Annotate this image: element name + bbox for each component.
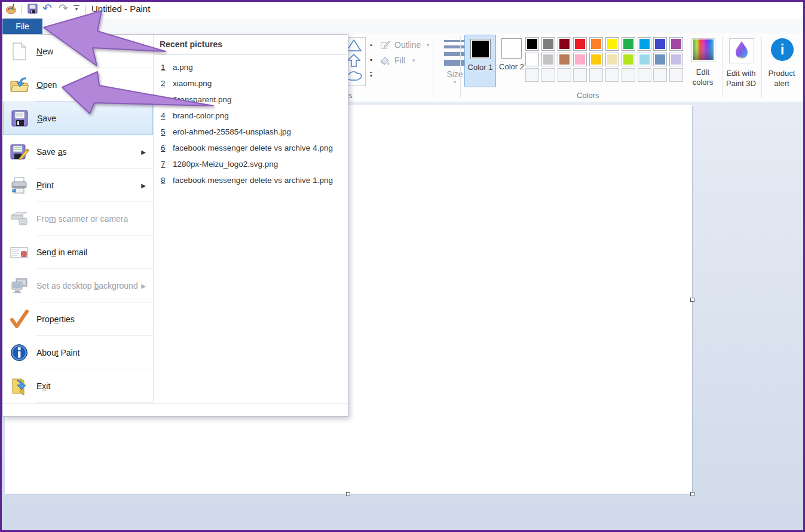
recent-file-name: facebook messenger delete vs archive 4.p… [173, 140, 333, 156]
size-icon [443, 38, 467, 67]
redo-icon[interactable]: ↷ [59, 2, 68, 14]
palette-swatch-r2c5[interactable] [589, 53, 603, 66]
palette-swatch-r1c10[interactable] [669, 37, 683, 51]
recent-file-name: Transparent.png [173, 91, 232, 108]
recent-file-5[interactable]: 5erol-ahmed-255854-unsplash.jpg [155, 124, 348, 140]
edit-colors-rainbow-icon [691, 38, 715, 62]
palette-swatch-empty-c3[interactable] [558, 68, 571, 82]
ribbon-separator [433, 36, 433, 98]
recent-file-8[interactable]: 8facebook messenger delete vs archive 1.… [155, 172, 348, 188]
edit-with-paint3d-button[interactable]: Edit with Paint 3D [724, 37, 758, 97]
ribbon-tab-row [0, 19, 805, 34]
save-icon[interactable] [27, 3, 39, 15]
title-bar: | ↶ ↷ ▾ | Untitled - Paint [0, 0, 805, 19]
colors-group-label: Colors [577, 91, 599, 100]
palette-swatch-empty-c7[interactable] [622, 68, 635, 82]
recent-file-name: xiaomi.png [173, 75, 212, 91]
recent-file-1[interactable]: 1a.png [155, 59, 348, 75]
shapes-scroll-up-icon[interactable]: ▴ [366, 37, 376, 53]
paint-window: | ↶ ↷ ▾ | Untitled - Paint File [0, 0, 805, 532]
shapes-expand-icon[interactable]: ▾ [366, 68, 376, 84]
palette-swatch-empty-c2[interactable] [541, 68, 555, 82]
palette-swatch-r1c6[interactable] [605, 37, 619, 51]
recent-file-name: brand-color.png [173, 108, 229, 124]
recent-file-number: 7 [161, 156, 166, 172]
recent-file-number: 8 [161, 172, 166, 188]
undo-icon[interactable]: ↶ [42, 2, 52, 14]
palette-swatch-r1c7[interactable] [622, 37, 635, 51]
palette-swatch-r2c6[interactable] [605, 53, 619, 66]
palette-swatch-empty-c8[interactable] [638, 68, 651, 82]
edit-colors-button[interactable]: Edit colors [687, 37, 718, 97]
recent-pictures-list: 1a.png2xiaomi.png3Transparent.png4brand-… [3, 35, 349, 403]
canvas-resize-handle-corner[interactable] [690, 492, 694, 496]
color1-label: Color 1 [465, 63, 495, 72]
recent-file-7[interactable]: 71280px-Meizu_logo2.svg.png [155, 156, 348, 172]
paint3d-label: Edit with Paint 3D [724, 68, 758, 88]
product-alert-button[interactable]: i Product alert [765, 37, 798, 97]
ribbon-separator [761, 36, 762, 98]
palette-swatch-r1c9[interactable] [653, 37, 667, 51]
shapes-scroll-down-icon[interactable]: ▾ [366, 53, 376, 68]
palette-swatch-empty-c9[interactable] [653, 68, 667, 82]
recent-file-number: 2 [161, 75, 166, 91]
palette-swatch-r2c4[interactable] [573, 53, 587, 66]
customize-toolbar-caret-icon[interactable]: ▾ [74, 5, 79, 13]
window-title: Untitled - Paint [91, 4, 150, 14]
fill-icon [379, 55, 390, 69]
recent-file-number: 4 [161, 108, 166, 124]
color1-button[interactable]: Color 1 [464, 35, 496, 87]
color2-label: Color 2 [498, 62, 525, 72]
edit-colors-label: Edit colors [687, 67, 718, 87]
recent-file-name: facebook messenger delete vs archive 1.p… [173, 172, 333, 188]
fill-caret-icon[interactable]: ▾ [412, 57, 415, 63]
recent-file-name: 1280px-Meizu_logo2.svg.png [173, 156, 278, 172]
color2-swatch [501, 38, 522, 59]
recent-file-name: erol-ahmed-255854-unsplash.jpg [173, 124, 291, 140]
outline-icon [380, 39, 391, 53]
canvas-resize-handle-bottom[interactable] [346, 492, 350, 496]
ribbon-separator [460, 36, 461, 98]
color1-swatch [470, 39, 491, 59]
tab-file[interactable]: File [2, 19, 42, 34]
palette-swatch-r2c8[interactable] [638, 53, 651, 66]
outline-button[interactable]: Outline [394, 40, 421, 50]
recent-file-number: 5 [161, 124, 166, 140]
palette-swatch-r1c4[interactable] [573, 37, 587, 51]
palette-swatch-r1c5[interactable] [589, 37, 603, 51]
palette-swatch-empty-c10[interactable] [669, 68, 683, 82]
palette-swatch-r1c1[interactable] [525, 37, 539, 51]
ribbon-separator [722, 36, 723, 98]
palette-swatch-empty-c6[interactable] [605, 68, 619, 82]
palette-swatch-r1c3[interactable] [558, 37, 571, 51]
recent-file-2[interactable]: 2xiaomi.png [155, 75, 348, 91]
recent-file-number: 3 [161, 91, 166, 108]
palette-swatch-r2c9[interactable] [653, 53, 667, 66]
file-menu-panel: NewOpenSaveSave as▶Print▶From scanner or… [2, 34, 348, 417]
paint3d-icon [729, 38, 754, 63]
palette-swatch-r2c7[interactable] [622, 53, 635, 66]
paint-app-icon [5, 3, 17, 15]
color2-button[interactable]: Color 2 [498, 35, 525, 86]
product-alert-label: Product alert [765, 68, 798, 88]
palette-swatch-empty-c1[interactable] [525, 68, 539, 82]
recent-file-4[interactable]: 4brand-color.png [155, 108, 348, 124]
recent-file-6[interactable]: 6facebook messenger delete vs archive 4.… [155, 140, 348, 156]
recent-file-name: a.png [173, 59, 193, 75]
palette-swatch-r2c1[interactable] [525, 53, 539, 66]
palette-swatch-r2c10[interactable] [669, 53, 683, 66]
fill-button[interactable]: Fill [394, 56, 405, 65]
palette-swatch-r1c8[interactable] [638, 37, 651, 51]
palette-swatch-r2c2[interactable] [541, 53, 555, 66]
outline-caret-icon[interactable]: ▾ [427, 42, 430, 48]
palette-swatch-r2c3[interactable] [558, 53, 571, 66]
recent-file-number: 6 [161, 140, 166, 156]
palette-swatch-r1c2[interactable] [541, 37, 555, 51]
palette-swatch-empty-c5[interactable] [589, 68, 603, 82]
menu-footer-divider [3, 403, 348, 403]
product-alert-info-icon: i [771, 38, 794, 61]
recent-file-3[interactable]: 3Transparent.png [155, 91, 348, 108]
palette-swatch-empty-c4[interactable] [573, 68, 587, 82]
canvas-resize-handle-right[interactable] [690, 298, 694, 302]
recent-file-number: 1 [161, 59, 166, 75]
